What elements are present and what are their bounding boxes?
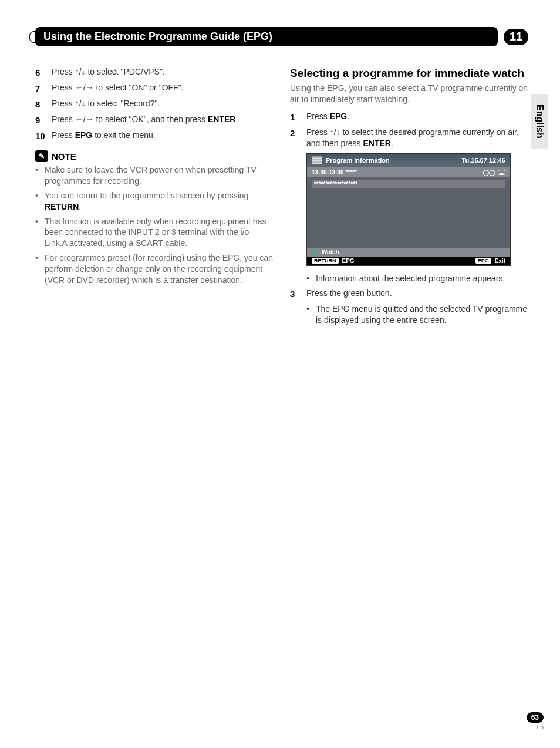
- note-heading: NOTE: [52, 151, 76, 161]
- note-item: For programmes preset (for recording) us…: [35, 252, 274, 286]
- step-8: 8 Press ↑/↓ to select "Record?".: [35, 98, 274, 110]
- osd-program-info: Program Information Tu.15.07 12:46 13:00…: [306, 153, 511, 266]
- note-item: Make sure to leave the VCR power on when…: [35, 164, 274, 187]
- osd-timeslot: 13:00-13:30 *****: [312, 169, 357, 176]
- osd-watch-label: Watch: [322, 249, 339, 255]
- step-7: 7 Press ←/→ to select "ON" or "OFF".: [35, 82, 274, 95]
- chapter-header: Using the Electronic Programme Guide (EP…: [35, 27, 528, 46]
- section-title: Selecting a programme for immediate watc…: [290, 66, 528, 80]
- step-9: 9 Press ←/→ to select "OK", and then pre…: [35, 114, 274, 126]
- note-item: This function is available only when rec…: [35, 216, 274, 250]
- osd-datetime: Tu.15.07 12:46: [462, 157, 505, 164]
- page-footer: 63 En: [527, 712, 544, 730]
- return-key: RETURN: [312, 258, 339, 264]
- section-intro: Using the EPG, you can also select a TV …: [290, 83, 528, 105]
- info-bullet: Information about the selected programme…: [306, 273, 528, 284]
- note-item: You can return to the programme list scr…: [35, 190, 274, 213]
- right-column: Selecting a programme for immediate watc…: [290, 66, 528, 329]
- osd-header-icon: [312, 156, 322, 164]
- subtitle-icon: …: [498, 170, 505, 175]
- return-label: EPG: [342, 258, 355, 264]
- exit-label: Exit: [495, 258, 505, 264]
- osd-body-row: *******************: [312, 180, 505, 188]
- page-title: Using the Electronic Programme Guide (EP…: [35, 27, 498, 46]
- page-number: 63: [527, 712, 544, 723]
- note-block: NOTE Make sure to leave the VCR power on…: [35, 150, 274, 286]
- step-6: 6 Press ↑/↓ to select "PDC/VPS".: [35, 66, 274, 79]
- left-column: 6 Press ↑/↓ to select "PDC/VPS". 7 Press…: [35, 66, 274, 329]
- step-3-sub: The EPG menu is quitted and the selected…: [306, 304, 528, 326]
- note-icon: [35, 150, 48, 162]
- stereo-icon: ◯◯: [483, 169, 495, 176]
- step-1: 1 Press EPG.: [290, 111, 528, 123]
- step-2: 2 Press ↑/↓ to select the desired progra…: [290, 127, 528, 150]
- green-button-icon: [312, 250, 317, 255]
- step-10: 10 Press EPG to exit the menu.: [35, 130, 274, 142]
- chapter-number-badge: 11: [504, 29, 528, 45]
- osd-title: Program Information: [326, 157, 390, 164]
- epg-key: EPG: [475, 258, 491, 264]
- page-lang: En: [527, 724, 544, 730]
- language-tab: English: [531, 94, 548, 149]
- step-3: 3 Press the green button.: [290, 288, 528, 300]
